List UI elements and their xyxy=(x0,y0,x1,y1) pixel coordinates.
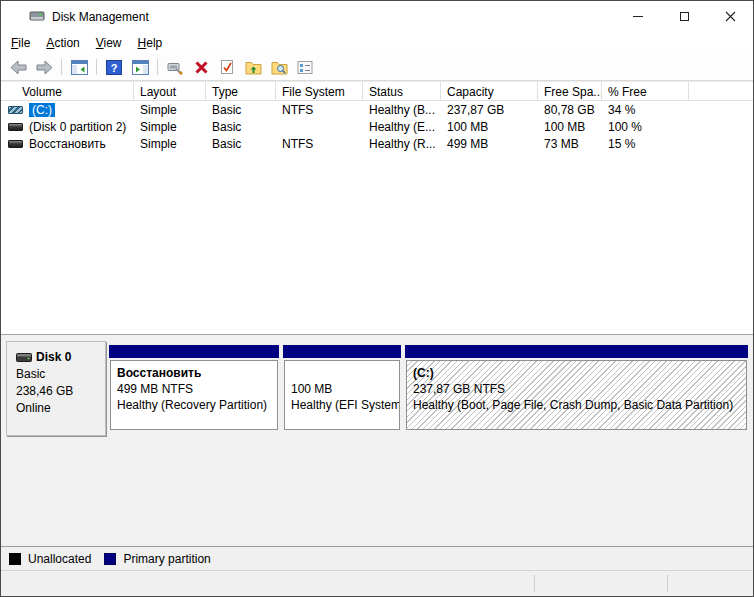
toolbar-separator xyxy=(96,59,97,75)
partition-status: Healthy (EFI System Partition) xyxy=(291,397,399,413)
cell-free-space: 100 MB xyxy=(538,120,602,134)
show-console-tree-button[interactable] xyxy=(67,56,91,78)
legend-bar: Unallocated Primary partition xyxy=(1,546,753,570)
device-properties-button[interactable] xyxy=(163,56,187,78)
menu-view[interactable]: View xyxy=(88,33,130,53)
status-bar xyxy=(1,570,753,596)
disk-size: 238,46 GB xyxy=(16,383,105,400)
action-pane-icon xyxy=(132,60,149,75)
volume-name: (Disk 0 partition 2) xyxy=(29,120,126,134)
primary-partition-swatch xyxy=(104,553,116,565)
properties-list-icon xyxy=(297,60,313,75)
maximize-icon xyxy=(680,12,689,21)
header-status[interactable]: Status xyxy=(363,82,441,100)
unallocated-swatch xyxy=(9,553,21,565)
disk-icon xyxy=(16,353,32,362)
volume-name: Восстановить xyxy=(29,137,106,151)
menu-help[interactable]: Help xyxy=(130,33,171,53)
header-layout[interactable]: Layout xyxy=(134,82,206,100)
device-properties-icon xyxy=(167,60,184,75)
back-button[interactable] xyxy=(6,56,30,78)
maximize-button[interactable] xyxy=(661,1,707,32)
graphical-view-pane: Disk 0 Basic 238,46 GB Online Восстанови… xyxy=(1,334,753,546)
header-pct-free[interactable]: % Free xyxy=(602,82,689,100)
toolbar: ? xyxy=(1,54,753,81)
folder-up-icon xyxy=(245,60,262,75)
cell-file-system: NTFS xyxy=(276,103,363,117)
cell-type: Basic xyxy=(206,137,276,151)
cell-capacity: 499 MB xyxy=(441,137,538,151)
statusbar-separator xyxy=(667,575,668,592)
toolbar-separator xyxy=(61,59,62,75)
partition-efi[interactable]: 100 MB Healthy (EFI System Partition) xyxy=(283,345,401,432)
volume-name: (C:) xyxy=(29,103,55,117)
cell-free-space: 80,78 GB xyxy=(538,103,602,117)
delete-icon xyxy=(194,60,209,75)
disk0-panel[interactable]: Disk 0 Basic 238,46 GB Online xyxy=(6,341,106,436)
volume-list-pane: Volume Layout Type File System Status Ca… xyxy=(1,81,753,334)
cell-pct-free: 34 % xyxy=(602,103,689,117)
partition-size: 499 MB NTFS xyxy=(117,381,277,397)
cell-type: Basic xyxy=(206,120,276,134)
partition-label xyxy=(291,365,399,381)
volume-table-header: Volume Layout Type File System Status Ca… xyxy=(1,81,753,101)
partition-color-bar xyxy=(283,345,401,358)
help-button[interactable]: ? xyxy=(102,56,126,78)
header-file-system[interactable]: File System xyxy=(276,82,363,100)
partition-status: Healthy (Boot, Page File, Crash Dump, Ba… xyxy=(413,397,746,413)
disk-management-window: Disk Management File Action View Help xyxy=(0,0,754,597)
partition-recovery[interactable]: Восстановить 499 MB NTFS Healthy (Recove… xyxy=(109,345,279,432)
forward-button[interactable] xyxy=(32,56,56,78)
cell-status: Healthy (B... xyxy=(363,103,441,117)
window-controls xyxy=(615,1,753,32)
help-icon: ? xyxy=(106,60,122,75)
forward-icon xyxy=(36,60,53,75)
partition-size: 100 MB xyxy=(291,381,399,397)
cell-status: Healthy (R... xyxy=(363,137,441,151)
properties-list-button[interactable] xyxy=(293,56,317,78)
check-document-button[interactable] xyxy=(215,56,239,78)
disk-type: Basic xyxy=(16,366,105,383)
header-free-space[interactable]: Free Spa... xyxy=(538,82,602,100)
cell-pct-free: 100 % xyxy=(602,120,689,134)
close-button[interactable] xyxy=(707,1,753,32)
cell-pct-free: 15 % xyxy=(602,137,689,151)
legend-label-primary: Primary partition xyxy=(123,552,210,566)
table-row[interactable]: (Disk 0 partition 2) Simple Basic Health… xyxy=(1,118,753,135)
volume-icon xyxy=(8,106,23,114)
disk-name: Disk 0 xyxy=(36,349,71,366)
cell-layout: Simple xyxy=(134,120,206,134)
cell-file-system: NTFS xyxy=(276,137,363,151)
partition-c[interactable]: (C:) 237,87 GB NTFS Healthy (Boot, Page … xyxy=(405,345,748,432)
disk0-row: Disk 0 Basic 238,46 GB Online Восстанови… xyxy=(6,341,753,436)
minimize-icon xyxy=(633,16,643,17)
header-empty[interactable] xyxy=(689,82,753,100)
table-row[interactable]: Восстановить Simple Basic NTFS Healthy (… xyxy=(1,135,753,152)
partition-status: Healthy (Recovery Partition) xyxy=(117,397,277,413)
statusbar-separator xyxy=(534,575,535,592)
menu-action[interactable]: Action xyxy=(38,33,87,53)
folder-search-button[interactable] xyxy=(267,56,291,78)
partition-color-bar xyxy=(109,345,279,358)
close-icon xyxy=(725,11,736,22)
minimize-button[interactable] xyxy=(615,1,661,32)
back-icon xyxy=(10,60,27,75)
menu-file[interactable]: File xyxy=(3,33,38,53)
console-tree-icon xyxy=(71,60,88,75)
window-title: Disk Management xyxy=(52,10,149,24)
header-capacity[interactable]: Capacity xyxy=(441,82,538,100)
toolbar-separator xyxy=(157,59,158,75)
partition-color-bar xyxy=(405,345,748,358)
disk-status: Online xyxy=(16,400,105,417)
show-action-pane-button[interactable] xyxy=(128,56,152,78)
table-row[interactable]: (C:) Simple Basic NTFS Healthy (B... 237… xyxy=(1,101,753,118)
header-volume[interactable]: Volume xyxy=(1,82,134,100)
cell-capacity: 237,87 GB xyxy=(441,103,538,117)
cell-layout: Simple xyxy=(134,103,206,117)
partition-label: Восстановить xyxy=(117,365,277,381)
svg-text:?: ? xyxy=(111,61,118,73)
folder-up-button[interactable] xyxy=(241,56,265,78)
cell-capacity: 100 MB xyxy=(441,120,538,134)
header-type[interactable]: Type xyxy=(206,82,276,100)
delete-volume-button[interactable] xyxy=(189,56,213,78)
